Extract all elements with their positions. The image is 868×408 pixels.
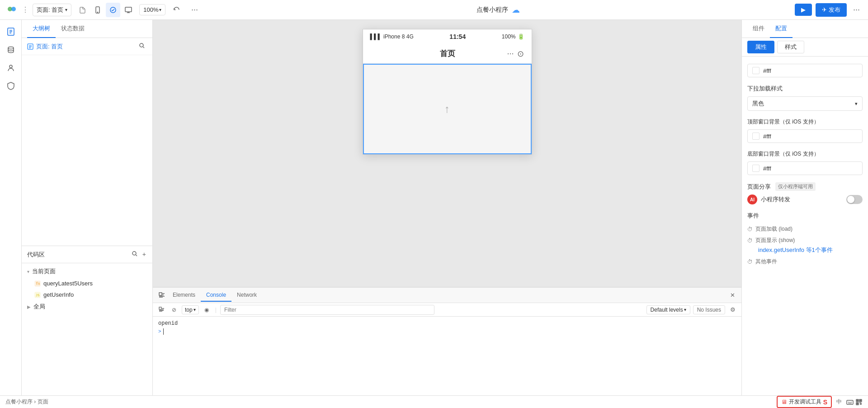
event-other: ⏱ 其他事件 [747, 256, 863, 267]
sidebar-icon-users[interactable] [3, 60, 19, 76]
publish-button[interactable]: ✈ 发布 [816, 3, 847, 17]
subtab-style[interactable]: 样式 [777, 41, 804, 53]
svg-point-3 [98, 12, 98, 12]
svg-text:fn: fn [36, 282, 40, 286]
qr-icon [855, 399, 863, 406]
page-selector-label: 页面: 首页 [37, 6, 63, 14]
color-value-1: #fff [763, 67, 771, 74]
dev-tools-button[interactable]: 🖥 开发调试工具 S [777, 396, 832, 408]
status-s-icon: S [823, 399, 827, 406]
pulldown-chevron: ▾ [855, 101, 858, 107]
code-item-queryLatest[interactable]: fn queryLatest5Users [22, 278, 152, 289]
run-button[interactable]: ▶ [795, 4, 812, 16]
console-output: openid > [153, 317, 741, 353]
phone-close-icon[interactable]: ⊙ [517, 49, 524, 59]
forward-toggle[interactable] [846, 195, 863, 204]
tab-state[interactable]: 状态数据 [56, 20, 90, 38]
status-right-area: 🖥 开发调试工具 S 中 [777, 396, 863, 408]
prop-value-bottom-window[interactable]: #fff [747, 161, 863, 175]
code-section-global[interactable]: ▶ 全局 [22, 300, 152, 313]
devtools-block-btn[interactable]: ⊘ [169, 305, 179, 315]
pulldown-select[interactable]: 黑色 ▾ [747, 96, 863, 111]
prop-value-color1[interactable]: #fff [747, 64, 863, 77]
breadcrumb: 点餐小程序 › 页面 [5, 398, 48, 406]
svg-rect-23 [860, 400, 861, 401]
app-logo [5, 4, 18, 16]
breadcrumb-text: 点餐小程序 › 页面 [5, 398, 48, 406]
sidebar-icon-shield[interactable] [3, 78, 19, 94]
phone-frame: ▌▌▌ iPhone 8 4G 11:54 100% 🔋 首页 ··· [363, 29, 532, 155]
page-selector[interactable]: 页面: 首页 ▾ [33, 4, 71, 16]
devtools-close-icon[interactable]: ✕ [727, 290, 738, 301]
tab-outline[interactable]: 大纲树 [27, 20, 56, 38]
toolbar-menu-dot[interactable]: ⋮ [22, 5, 29, 14]
toolbar-activity-icon[interactable] [106, 3, 120, 17]
code-section-current[interactable]: ▾ 当前页面 [22, 265, 152, 278]
event-load-label: 页面加载 (load) [755, 225, 793, 233]
code-header-icons: + [131, 250, 147, 259]
toolbar-file-icon[interactable] [75, 3, 90, 17]
top-toolbar: ⋮ 页面: 首页 ▾ 100% ▾ ··· 点餐小程序 ☁ ▶ [0, 0, 868, 20]
outline-panel: 大纲树 状态数据 页面: 首页 [22, 20, 152, 246]
code-item-getUserInfo[interactable]: JS getUserInfo [22, 289, 152, 300]
code-section-arrow: ▾ [27, 269, 29, 274]
devtools-eye-btn[interactable]: ◉ [202, 305, 212, 315]
dev-tools-label: 开发调试工具 [789, 398, 821, 406]
code-area-header: 代码区 + [22, 246, 152, 263]
color-swatch-bottom [752, 165, 760, 172]
tab-components[interactable]: 组件 [747, 20, 770, 38]
prop-value-top-window[interactable]: #fff [747, 129, 863, 143]
devtools-select-btn[interactable] [156, 305, 166, 315]
tab-config[interactable]: 配置 [770, 20, 793, 38]
outline-tabs: 大纲树 状态数据 [22, 20, 152, 38]
devtools-inspect-icon[interactable] [156, 290, 167, 301]
subtab-attr[interactable]: 属性 [747, 41, 774, 53]
phone-content: ↑ [363, 64, 532, 154]
top-right-more[interactable]: ··· [850, 3, 863, 16]
share-sublabel: 仅小程序端可用 [775, 182, 816, 191]
toolbar-phone-icon[interactable] [90, 3, 105, 17]
left-sidebar [0, 20, 22, 395]
no-issues-button[interactable]: No Issues [693, 305, 725, 314]
battery-icon: 🔋 [518, 33, 524, 40]
phone-battery: 100% 🔋 [502, 33, 524, 40]
console-prompt[interactable]: > [158, 327, 736, 336]
code-add-icon[interactable]: + [142, 250, 147, 259]
share-label: 页面分享 [747, 183, 771, 191]
devtools-toolbar: ⊘ top ▾ ◉ | Default levels ▾ No Issues ⚙ [153, 303, 741, 317]
devtools-tab-elements[interactable]: Elements [167, 289, 201, 302]
code-item-queryLatest-label: queryLatest5Users [43, 280, 93, 287]
svg-rect-22 [857, 400, 858, 401]
event-link[interactable]: index.getUserInfo 等1个事件 [758, 247, 833, 253]
status-lang-zh[interactable]: 中 [834, 397, 844, 407]
outline-page-item[interactable]: 页面: 首页 [27, 43, 137, 51]
toolbar-more-button[interactable]: ··· [187, 3, 202, 17]
devtools-tab-network[interactable]: Network [231, 289, 262, 302]
app-title-area: 点餐小程序 ☁ [205, 5, 791, 15]
status-icons-area [846, 399, 863, 406]
run-icon: ▶ [801, 6, 806, 13]
console-filter-input[interactable] [220, 305, 434, 315]
prop-section-color1: #fff [747, 64, 863, 77]
code-section-label: 当前页面 [32, 267, 56, 275]
prop-section-bottom-window: 底部窗口背景（仅 iOS 支持） #fff [747, 150, 863, 175]
levels-selector[interactable]: Default levels ▾ [646, 305, 690, 314]
svg-point-7 [8, 47, 14, 49]
prop-section-events: 事件 ⏱ 页面加载 (load) ⏱ 页面显示 (show) index.get… [747, 212, 863, 267]
svg-rect-16 [159, 293, 162, 295]
simulator-area: ▌▌▌ iPhone 8 4G 11:54 100% 🔋 首页 ··· [153, 20, 741, 287]
phone-menu-icon[interactable]: ··· [507, 49, 514, 59]
pulldown-value: 黑色 [752, 100, 764, 108]
forward-row: AI 小程序转发 [747, 195, 863, 204]
refresh-button[interactable] [169, 3, 184, 17]
sidebar-icon-data[interactable] [3, 42, 19, 58]
code-search-icon[interactable] [131, 250, 139, 259]
zoom-selector[interactable]: 100% ▾ [139, 4, 165, 15]
devtools-settings-btn[interactable]: ⚙ [728, 305, 738, 315]
outline-search-button[interactable] [137, 42, 147, 51]
devtools-tab-console[interactable]: Console [201, 289, 231, 302]
context-selector[interactable]: top ▾ [182, 305, 199, 314]
phone-nav-bar: 首页 ··· ⊙ [363, 44, 532, 64]
toolbar-monitor-icon[interactable] [121, 3, 136, 17]
sidebar-icon-pages[interactable] [3, 24, 19, 40]
